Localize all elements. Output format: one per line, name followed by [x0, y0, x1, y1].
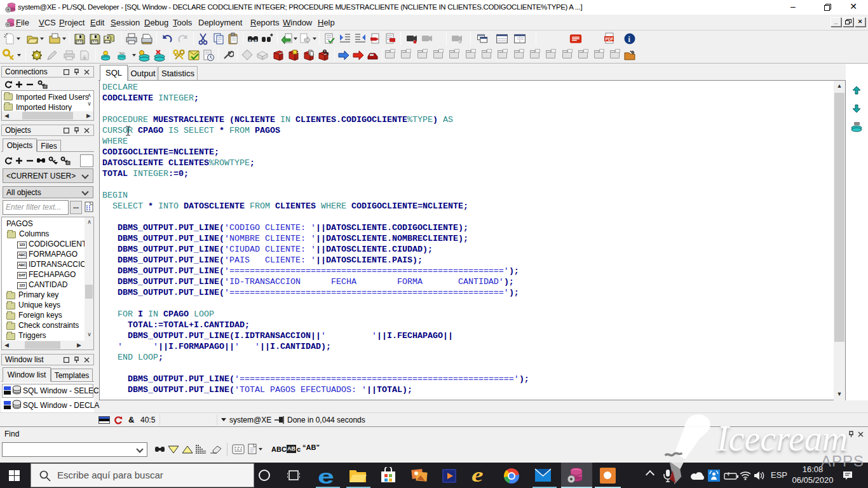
svg-text:*SQL: *SQL	[119, 51, 126, 55]
svg-text:PDF: PDF	[606, 37, 614, 41]
